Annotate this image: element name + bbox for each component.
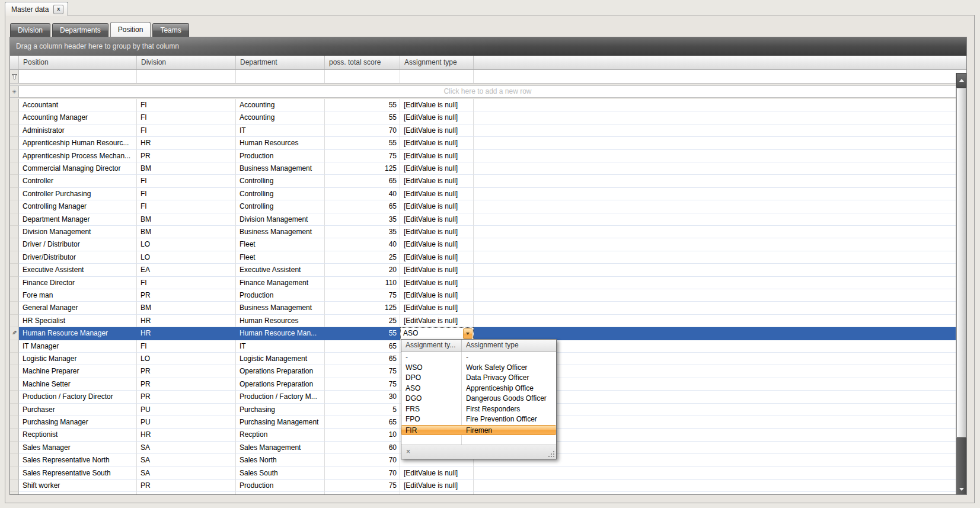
row-indicator[interactable] [10,492,19,494]
table-row[interactable]: Shift workerPRProduction75[EditValue is … [10,480,956,492]
cell-assignment[interactable]: [EditValue is null] [400,150,474,162]
cell-division[interactable]: LO [137,238,236,251]
table-row[interactable]: Apprenticeship Process Mechan...PRProduc… [10,150,956,162]
row-indicator[interactable] [10,289,19,302]
cell-position[interactable]: Controller [19,175,137,187]
row-indicator[interactable] [10,404,19,416]
cell-score[interactable]: 75 [325,480,400,492]
cell-position[interactable]: Controlling Manager [19,200,137,213]
table-row[interactable]: Fore manPRProduction75[EditValue is null… [10,289,956,302]
table-row[interactable]: Commercial Managing DirectorBMBusiness M… [10,162,956,175]
cell-score[interactable]: 65 [325,200,400,213]
filter-cell-department[interactable] [236,70,325,83]
cell-department[interactable]: Production [236,150,325,162]
dropdown-item[interactable]: DGODangerous Goods Officer [401,394,556,404]
cell-position[interactable]: Machine Preparer [19,365,137,378]
dropdown-item[interactable]: -- [401,352,556,363]
cell-score[interactable]: 55 [325,111,400,124]
cell-score[interactable]: 65 [325,416,400,429]
row-indicator[interactable] [10,213,19,226]
row-indicator[interactable] [10,251,19,264]
cell-position[interactable]: Fore man [19,289,137,302]
cell-department[interactable]: Executive Assistent [236,264,325,276]
row-indicator[interactable] [10,353,19,365]
cell-score[interactable]: 25 [325,315,400,327]
cell-position[interactable]: Administrator [19,124,137,137]
cell-position[interactable]: Commercial Managing Director [19,162,137,175]
cell-score[interactable]: 125 [325,302,400,314]
column-header-poss-total-score[interactable]: poss. total score [325,56,400,69]
cell-position[interactable]: Logistic Manager [19,353,137,365]
cell-score[interactable]: 110 [325,277,400,289]
new-row-hint-text[interactable]: Click here to add a new row [19,86,956,97]
table-row[interactable]: AccountantFIAccounting55[EditValue is nu… [10,99,956,111]
cell-assignment[interactable]: [EditValue is null] [400,213,474,226]
cell-assignment[interactable]: [EditValue is null] [400,175,474,187]
table-row[interactable]: AdministratorFIIT70[EditValue is null] [10,124,956,137]
cell-score[interactable]: 55 [325,137,400,149]
cell-position[interactable]: Recptionist [19,429,137,441]
cell-assignment[interactable]: [EditValue is null] [400,289,474,302]
cell-assignment[interactable]: [EditValue is null] [400,188,474,200]
row-indicator[interactable] [10,162,19,175]
row-indicator[interactable] [10,340,19,353]
cell-score[interactable]: 65 [325,353,400,365]
cell-position[interactable]: Shift worker [19,480,137,492]
cell-score[interactable]: 60 [325,442,400,454]
cell-department[interactable]: Business Management [236,226,325,238]
cell-department[interactable]: Accounting [236,99,325,111]
table-row[interactable]: Controlling ManagerFIControlling65[EditV… [10,200,956,213]
cell-department[interactable]: Operations Preparation [236,378,325,391]
cell-assignment[interactable]: [EditValue is null] [400,251,474,264]
cell-assignment[interactable]: [EditValue is null] [400,226,474,238]
dropdown-button[interactable] [463,328,473,338]
cell-score[interactable]: 65 [325,340,400,353]
cell-score[interactable]: 70 [325,124,400,137]
cell-position[interactable]: Apprenticeship Human Resourc... [19,137,137,149]
cell-assignment[interactable]: [EditValue is null] [400,480,474,492]
cell-score[interactable]: 40 [325,188,400,200]
cell-assignment[interactable]: [EditValue is null] [400,162,474,175]
cell-position[interactable]: Finance Director [19,277,137,289]
cell-position[interactable]: Driver / Distributor [19,238,137,251]
cell-assignment[interactable]: [EditValue is null] [400,137,474,149]
cell-assignment[interactable]: [EditValue is null] [400,124,474,137]
cell-position[interactable]: Driver/Distributor [19,251,137,264]
cell-division[interactable]: FI [137,111,236,124]
cell-division[interactable]: PU [137,404,236,416]
cell-assignment[interactable]: [EditValue is null] [400,492,474,494]
row-indicator[interactable] [10,175,19,187]
table-row[interactable]: Department ManagerBMDivision Management3… [10,213,956,226]
row-indicator[interactable] [10,442,19,454]
cell-division[interactable]: BM [137,226,236,238]
cell-position[interactable]: Purchasing Manager [19,416,137,429]
cell-score[interactable]: 55 [325,99,400,111]
cell-department[interactable]: Fleet [236,251,325,264]
cell-division[interactable]: FI [137,188,236,200]
cell-score[interactable]: 5 [325,404,400,416]
cell-department[interactable]: Sales South [236,467,325,480]
cell-department[interactable]: Finance Management [236,277,325,289]
tab-departments[interactable]: Departments [52,23,108,37]
cell-division[interactable]: PR [137,480,236,492]
cell-score[interactable]: 70 [325,454,400,467]
cell-assignment[interactable]: [EditValue is null] [400,99,474,111]
document-tab-master-data[interactable]: Master data x [5,2,68,16]
cell-division[interactable]: BM [137,302,236,314]
cell-position[interactable]: Sales Representative North [19,454,137,467]
row-indicator[interactable] [10,429,19,441]
table-row[interactable]: Sales Representative SouthSASales South7… [10,467,956,480]
table-row[interactable]: General ManagerBMBusiness Management125[… [10,302,956,314]
cell-division[interactable]: SA [137,467,236,480]
cell-assignment[interactable]: [EditValue is null] [400,315,474,327]
cell-department[interactable]: Production / Factory M... [236,391,325,403]
cell-position[interactable]: Purchaser [19,404,137,416]
close-tab-button[interactable]: x [53,5,63,14]
vertical-scrollbar[interactable] [956,73,966,494]
dropdown-item[interactable]: WSOWork Safety Officer [401,363,556,373]
cell-position[interactable]: Department Manager [19,213,137,226]
cell-department[interactable]: Division Management [236,213,325,226]
cell-position[interactable]: Apprenticeship Process Mechan... [19,150,137,162]
cell-department[interactable]: Human Resources [236,315,325,327]
cell-position[interactable]: Sales Manager [19,442,137,454]
